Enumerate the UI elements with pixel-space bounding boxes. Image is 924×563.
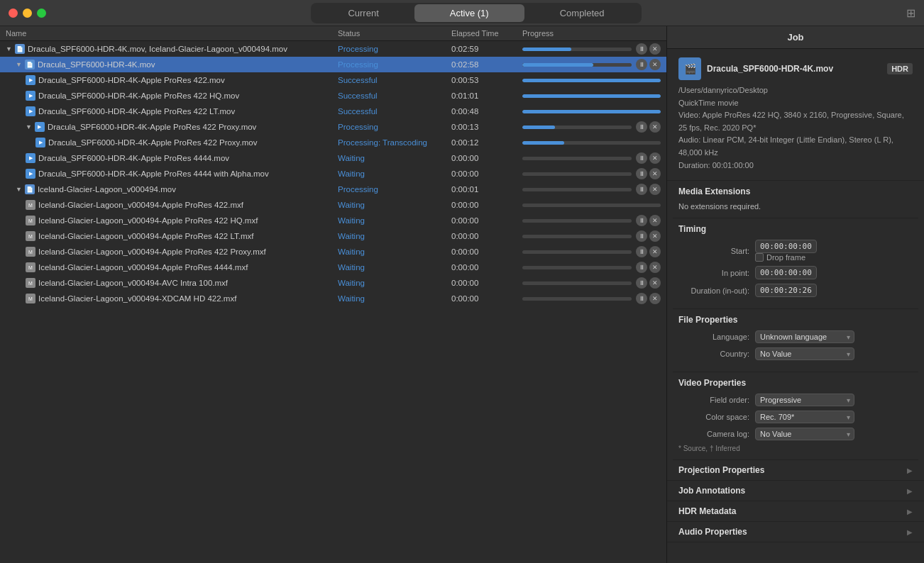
timing-inpoint-label: In point: — [678, 269, 749, 277]
minimize-button[interactable] — [23, 9, 32, 18]
row-progress — [522, 204, 661, 207]
titlebar-right: ⊞ — [906, 6, 915, 20]
right-panel: Job 🎬 Dracula_SPF6000-HDR-4K.mov HDR /Us… — [667, 26, 924, 563]
video-colorspace-value: Rec. 709* — [755, 411, 913, 423]
table-row[interactable]: ▼ ▶ Dracula_SPF6000-HDR-4K-Apple ProRes … — [0, 119, 666, 135]
table-row[interactable]: M Iceland-Glacier-Lagoon_v000494-Apple P… — [0, 260, 666, 275]
table-row[interactable]: ▶ Dracula_SPF6000-HDR-4K-Apple ProRes 42… — [0, 72, 666, 88]
hdr-metadata-label: HDR Metadata — [678, 506, 907, 516]
audio-properties-row[interactable]: Audio Properties ▶ — [667, 522, 924, 542]
row-name: M Iceland-Glacier-Lagoon_v000494-AVC Int… — [6, 278, 338, 288]
timecode-start[interactable]: 00:00:00:00 — [755, 240, 817, 253]
table-row[interactable]: M Iceland-Glacier-Lagoon_v000494-Apple P… — [0, 197, 666, 213]
table-row[interactable]: ▼ 📄 Dracula_SPF6000-HDR-4K.mov Processin… — [0, 57, 666, 72]
row-actions: ⏸ ✕ — [636, 184, 661, 195]
table-row[interactable]: ▶ Dracula_SPF6000-HDR-4K-Apple ProRes 44… — [0, 150, 666, 166]
video-properties-header[interactable]: Video Properties — [667, 372, 924, 391]
grid-icon[interactable]: ⊞ — [906, 6, 915, 20]
col-header-name: Name — [6, 29, 338, 38]
timing-start-row: Start: 00:00:00:00 Drop frame — [678, 240, 913, 262]
table-row[interactable]: ▼ 📄 Dracula_SPF6000-HDR-4K.mov, Iceland-… — [0, 41, 666, 57]
cameralog-select[interactable]: No Value — [755, 428, 854, 440]
stop-button[interactable]: ✕ — [649, 184, 661, 195]
projection-properties-label: Projection Properties — [678, 465, 907, 475]
drop-frame-box — [755, 253, 764, 262]
job-type: QuickTime movie — [678, 97, 913, 110]
table-row[interactable]: M Iceland-Glacier-Lagoon_v000494-XDCAM H… — [0, 291, 666, 306]
hdr-metadata-row[interactable]: HDR Metadata ▶ — [667, 501, 924, 522]
job-audio-info: Audio: Linear PCM, 24-bit Integer (Littl… — [678, 134, 913, 159]
table-row[interactable]: ▼ 📄 Iceland-Glacier-Lagoon_v000494.mov P… — [0, 182, 666, 197]
stop-button[interactable]: ✕ — [649, 293, 661, 304]
stop-button[interactable]: ✕ — [649, 121, 661, 133]
timecode-duration[interactable]: 00:00:20:26 — [755, 284, 817, 297]
timecode-inpoint[interactable]: 00:00:00:00 — [755, 266, 817, 279]
pause-button[interactable]: ⏸ — [636, 230, 647, 242]
video-colorspace-label: Color space: — [678, 413, 749, 421]
stop-button[interactable]: ✕ — [649, 152, 661, 164]
pause-button[interactable]: ⏸ — [636, 121, 647, 133]
row-status: Processing — [338, 123, 451, 131]
pause-button[interactable]: ⏸ — [636, 215, 647, 226]
pause-button[interactable]: ⏸ — [636, 184, 647, 195]
row-name: ▶ Dracula_SPF6000-HDR-4K-Apple ProRes 42… — [6, 106, 338, 116]
pause-button[interactable]: ⏸ — [636, 262, 647, 273]
table-row[interactable]: ▶ Dracula_SPF6000-HDR-4K-Apple ProRes 42… — [0, 88, 666, 104]
stop-button[interactable]: ✕ — [649, 246, 661, 257]
maximize-button[interactable] — [37, 9, 46, 18]
row-status: Processing — [338, 60, 451, 69]
tab-completed[interactable]: Completed — [524, 4, 640, 22]
row-actions: ⏸ ✕ — [636, 121, 661, 133]
row-elapsed: 0:00:53 — [451, 76, 522, 84]
pause-button[interactable]: ⏸ — [636, 43, 647, 55]
pause-button[interactable]: ⏸ — [636, 293, 647, 304]
chevron-icon: ▼ — [6, 45, 12, 52]
job-annotations-row[interactable]: Job Annotations ▶ — [667, 481, 924, 501]
job-annotations-chevron-icon: ▶ — [907, 487, 913, 495]
row-progress — [522, 110, 661, 113]
stop-button[interactable]: ✕ — [649, 168, 661, 179]
row-actions: ⏸ ✕ — [636, 277, 661, 289]
file-icon: ▶ — [26, 75, 35, 85]
table-row[interactable]: M Iceland-Glacier-Lagoon_v000494-Apple P… — [0, 244, 666, 260]
timing-header[interactable]: Timing — [667, 218, 924, 237]
stop-button[interactable]: ✕ — [649, 230, 661, 242]
pause-button[interactable]: ⏸ — [636, 277, 647, 289]
fieldorder-select[interactable]: Progressive — [755, 394, 854, 406]
media-extensions-header[interactable]: Media Extensions — [667, 181, 924, 199]
pause-button[interactable]: ⏸ — [636, 152, 647, 164]
language-select[interactable]: Unknown language — [755, 330, 854, 343]
tab-active[interactable]: Active (1) — [414, 4, 524, 22]
stop-button[interactable]: ✕ — [649, 59, 661, 70]
table-row[interactable]: ▶ Dracula_SPF6000-HDR-4K-Apple ProRes 42… — [0, 135, 666, 150]
file-icon: ▶ — [26, 169, 35, 179]
timing-duration-label: Duration (in-out): — [678, 286, 749, 295]
projection-properties-row[interactable]: Projection Properties ▶ — [667, 460, 924, 481]
file-properties-header[interactable]: File Properties — [667, 309, 924, 328]
stop-button[interactable]: ✕ — [649, 43, 661, 55]
table-row[interactable]: M Iceland-Glacier-Lagoon_v000494-AVC Int… — [0, 275, 666, 291]
row-elapsed: 0:00:00 — [451, 263, 522, 272]
row-status: Waiting — [338, 201, 451, 209]
stop-button[interactable]: ✕ — [649, 262, 661, 273]
close-button[interactable] — [9, 9, 18, 18]
pause-button[interactable]: ⏸ — [636, 168, 647, 179]
table-row[interactable]: M Iceland-Glacier-Lagoon_v000494-Apple P… — [0, 213, 666, 228]
pause-button[interactable]: ⏸ — [636, 59, 647, 70]
progress-bar — [522, 204, 661, 207]
drop-frame-checkbox[interactable]: Drop frame — [755, 253, 913, 262]
stop-button[interactable]: ✕ — [649, 277, 661, 289]
tab-current[interactable]: Current — [312, 4, 414, 22]
audio-properties-label: Audio Properties — [678, 527, 907, 537]
table-row[interactable]: ▶ Dracula_SPF6000-HDR-4K-Apple ProRes 42… — [0, 104, 666, 119]
table-row[interactable]: M Iceland-Glacier-Lagoon_v000494-Apple P… — [0, 228, 666, 244]
colorspace-select[interactable]: Rec. 709* — [755, 411, 854, 423]
country-select[interactable]: No Value — [755, 347, 854, 360]
job-video-info: Video: Apple ProRes 422 HQ, 3840 x 2160,… — [678, 109, 913, 134]
table-row[interactable]: ▶ Dracula_SPF6000-HDR-4K-Apple ProRes 44… — [0, 166, 666, 182]
row-name: M Iceland-Glacier-Lagoon_v000494-XDCAM H… — [6, 294, 338, 303]
progress-bar — [522, 79, 661, 82]
stop-button[interactable]: ✕ — [649, 215, 661, 226]
progress-bar — [522, 110, 661, 113]
pause-button[interactable]: ⏸ — [636, 246, 647, 257]
